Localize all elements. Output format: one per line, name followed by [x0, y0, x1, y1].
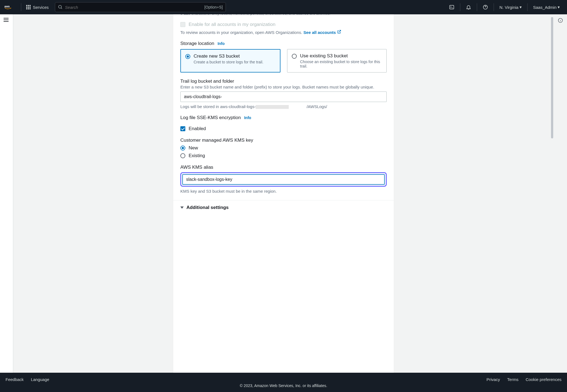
kms-key-label: Customer managed AWS KMS key	[180, 138, 253, 143]
redacted	[256, 105, 289, 109]
sse-enabled-checkbox[interactable]	[180, 126, 185, 131]
caret-down-icon	[180, 206, 184, 209]
divider	[460, 3, 460, 11]
language-link[interactable]: Language	[31, 377, 49, 382]
services-button[interactable]: Services	[24, 3, 51, 11]
bucket-hint: Enter a new S3 bucket name and folder (p…	[180, 85, 387, 89]
cookies-link[interactable]: Cookie preferences	[526, 377, 561, 382]
radio-icon	[180, 146, 185, 151]
storage-location-section: Storage location Info Create new S3 buck…	[180, 41, 387, 73]
search-shortcut: [Option+S]	[204, 5, 223, 9]
storage-info-link[interactable]: Info	[218, 41, 225, 46]
top-nav: aws Services [Option+S] N. Virginia ▾ Sa	[0, 0, 567, 14]
bucket-stored-note: Logs will be stored in aws-cloudtrail-lo…	[180, 104, 387, 109]
kms-alias-section: AWS KMS alias KMS key and S3 bucket must…	[180, 165, 387, 194]
copyright: © 2023, Amazon Web Services, Inc. or its…	[6, 383, 561, 388]
kms-alias-label: AWS KMS alias	[180, 165, 213, 170]
terms-link[interactable]: Terms	[507, 377, 518, 382]
bucket-input[interactable]	[180, 92, 387, 102]
sse-kms-section: Log file SSE-KMS encryption Info Enabled	[180, 115, 387, 131]
info-panel-toggle[interactable]	[558, 18, 563, 369]
sse-label: Log file SSE-KMS encryption	[180, 115, 241, 120]
form-panel: 3-128 characters. Only letters, numbers,…	[173, 14, 394, 373]
divider	[477, 3, 477, 11]
kms-key-section: Customer managed AWS KMS key New Existin…	[180, 138, 387, 159]
help-icon[interactable]	[480, 3, 491, 12]
storage-location-label: Storage location	[180, 41, 214, 46]
additional-settings-toggle[interactable]: Additional settings	[180, 200, 387, 212]
tile-desc: Create a bucket to store logs for the tr…	[194, 60, 263, 64]
radio-icon	[185, 54, 190, 59]
services-label: Services	[33, 5, 49, 10]
feedback-link[interactable]: Feedback	[6, 377, 24, 382]
cloudshell-icon[interactable]	[446, 3, 457, 12]
enable-org-label: Enable for all accounts in my organizati…	[189, 22, 276, 27]
svg-rect-3	[450, 5, 454, 9]
kms-alias-highlight	[180, 172, 387, 187]
additional-settings-label: Additional settings	[186, 205, 229, 210]
scrollbar[interactable]	[551, 17, 553, 138]
enable-org-row: Enable for all accounts in my organizati…	[180, 22, 387, 27]
see-all-accounts-link[interactable]: See all accounts	[303, 30, 341, 35]
sse-info-link[interactable]: Info	[244, 116, 251, 120]
sse-enabled-row[interactable]: Enabled	[180, 126, 387, 131]
kms-alias-input[interactable]	[182, 174, 385, 185]
divider	[527, 3, 528, 11]
tile-use-existing-bucket[interactable]: Use existing S3 bucket Choose an existin…	[287, 49, 387, 73]
account-selector[interactable]: Saas_Admin ▾	[530, 3, 563, 11]
kms-new-label: New	[189, 145, 198, 151]
chevron-down-icon: ▾	[558, 5, 560, 10]
menu-toggle[interactable]	[3, 18, 10, 22]
divider	[21, 3, 21, 11]
kms-existing-label: Existing	[189, 153, 205, 159]
right-rail	[554, 14, 567, 373]
bucket-label: Trail log bucket and folder	[180, 79, 234, 84]
kms-new-row[interactable]: New	[180, 145, 387, 151]
kms-region-note: KMS key and S3 bucket must be in the sam…	[180, 189, 387, 194]
external-link-icon	[337, 29, 341, 34]
name-hint: 3-128 characters. Only letters, numbers,…	[180, 14, 387, 16]
privacy-link[interactable]: Privacy	[486, 377, 500, 382]
bucket-field: Trail log bucket and folder Enter a new …	[180, 79, 387, 109]
enable-org-checkbox	[180, 22, 185, 27]
search-input[interactable]	[65, 5, 204, 10]
org-note: To review accounts in your organization,…	[180, 29, 387, 35]
notifications-icon[interactable]	[463, 3, 474, 12]
footer: Feedback Language Privacy Terms Cookie p…	[0, 373, 567, 392]
search-icon	[58, 5, 63, 10]
region-selector[interactable]: N. Virginia ▾	[497, 3, 525, 11]
radio-icon	[292, 54, 297, 59]
radio-icon	[180, 153, 185, 158]
sse-enabled-label: Enabled	[189, 126, 206, 131]
chevron-down-icon: ▾	[520, 5, 522, 10]
aws-logo[interactable]: aws	[4, 4, 15, 10]
tile-title: Use existing S3 bucket	[300, 53, 382, 59]
svg-text:aws: aws	[4, 5, 10, 8]
divider	[494, 3, 494, 11]
svg-line-2	[61, 8, 62, 9]
tile-create-new-bucket[interactable]: Create new S3 bucket Create a bucket to …	[180, 49, 280, 73]
page-body: 3-128 characters. Only letters, numbers,…	[0, 14, 567, 373]
tile-title: Create new S3 bucket	[194, 53, 263, 59]
tile-desc: Choose an existing bucket to store logs …	[300, 60, 382, 68]
content-scroll[interactable]: 3-128 characters. Only letters, numbers,…	[13, 14, 554, 373]
nav-right: N. Virginia ▾ Saas_Admin ▾	[446, 3, 563, 12]
kms-existing-row[interactable]: Existing	[180, 153, 387, 159]
left-rail	[0, 14, 13, 373]
svg-point-1	[58, 5, 61, 8]
search-container[interactable]: [Option+S]	[55, 2, 226, 12]
grid-icon	[26, 5, 31, 9]
